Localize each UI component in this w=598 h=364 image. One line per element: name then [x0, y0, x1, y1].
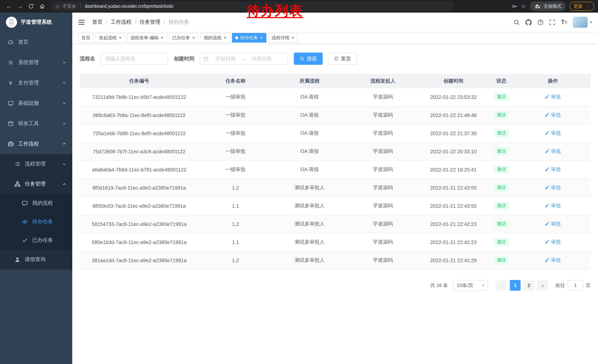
tab-label: 我的流程	[204, 35, 222, 41]
reload-button[interactable]	[26, 1, 36, 11]
help-button[interactable]	[537, 19, 544, 25]
close-icon[interactable]: ×	[260, 36, 263, 40]
sidebar-item-workflow[interactable]: 工作流程	[0, 134, 72, 154]
font-size-button[interactable]: TT	[561, 18, 567, 26]
column-header-actions: 操作	[515, 78, 590, 84]
page-size-select[interactable]: 10条/页 ▾	[453, 280, 488, 291]
process-name-input[interactable]	[100, 53, 168, 65]
breadcrumb-item[interactable]: 工作流程	[111, 19, 132, 25]
breadcrumb-separator: /	[106, 19, 108, 25]
sidebar-item-process-management[interactable]: 流程管理	[0, 154, 72, 174]
tab-todo-tasks[interactable]: 待办任务 ×	[232, 33, 266, 43]
update-button[interactable]: 更新 ⋮	[569, 2, 594, 11]
close-icon[interactable]: ×	[291, 36, 295, 40]
workflow-submenu: 流程管理 任务管理 我的流程 待办任务	[0, 154, 72, 270]
bookmark-star-button[interactable]: ☆	[521, 3, 526, 10]
sidebar-item-label: 流程管理	[25, 161, 46, 167]
warning-icon: ⚠	[56, 4, 60, 9]
forward-button[interactable]: →	[15, 1, 25, 11]
tab-process-detail[interactable]: 流程详情 ×	[268, 33, 298, 43]
sidebar-item-done-tasks[interactable]: 已办任务	[0, 231, 72, 250]
approve-link[interactable]: 审批	[545, 257, 561, 264]
screen: ← → ⚠ 不安全 dashboard.yudao.iocoder.cn/bpm…	[0, 0, 598, 364]
table-row: 381aa1dd-7ac8-11ec-a9e2-a2380e71991a 1.2…	[80, 251, 590, 270]
update-label: 更新	[573, 3, 583, 9]
approve-link[interactable]: 审批	[545, 239, 561, 245]
task-id-cell: 73211d9d-7b9b-11ec-b5b7-acde48001122	[80, 94, 199, 100]
tab-my-process[interactable]: 我的流程 ×	[200, 33, 230, 43]
approve-link[interactable]: 审批	[545, 112, 561, 119]
fullscreen-icon	[549, 19, 555, 25]
home-button[interactable]	[37, 1, 47, 11]
sidebar-item-infrastructure[interactable]: 基础设施	[0, 93, 72, 113]
sidebar-item-label: 系统管理	[18, 59, 39, 66]
column-header-task-name: 任务名称	[199, 78, 272, 84]
sidebar-item-devtools[interactable]: 研发工具	[0, 113, 72, 134]
prev-page-button[interactable]: ‹	[496, 280, 507, 291]
tab-done-tasks[interactable]: 已办任务 ×	[169, 33, 199, 43]
initiator-cell: 芋道源码	[347, 112, 419, 119]
sidebar-item-my-process[interactable]: 我的流程	[0, 194, 72, 212]
breadcrumb-item[interactable]: 首页	[92, 19, 103, 25]
status-badge: 激活	[494, 256, 509, 264]
avatar	[573, 17, 588, 28]
chevron-down-icon: ▾	[482, 283, 484, 288]
sidebar-item-task-management[interactable]: 任务管理	[0, 174, 72, 194]
forward-icon: →	[17, 3, 23, 10]
approve-link[interactable]: 审批	[545, 94, 561, 100]
sidebar-item-home[interactable]: 首页	[0, 32, 72, 52]
goto-label: 前往	[555, 282, 565, 289]
page-button-2[interactable]: 2	[523, 280, 534, 291]
goto-page-input[interactable]	[568, 280, 583, 291]
task-id-cell: 58154733-7ac8-11ec-a9e2-a2380e71991a	[80, 221, 199, 227]
close-icon[interactable]: ×	[160, 36, 164, 40]
next-page-button[interactable]: ›	[537, 280, 548, 291]
sidebar-item-payment[interactable]: ¥ 支付管理	[0, 73, 72, 93]
create-time-cell: 2022-01-21 22:41:29	[419, 258, 488, 263]
fullscreen-button[interactable]	[549, 19, 555, 25]
tab-form-edit[interactable]: 流程表单-编辑 ×	[127, 33, 167, 43]
app-logo[interactable]: 芋道管理系统	[0, 13, 72, 32]
sidebar-item-todo-tasks[interactable]: 待办任务	[0, 212, 72, 231]
edit-icon	[545, 222, 549, 226]
reload-icon	[28, 3, 34, 9]
chevron-down-icon	[62, 60, 66, 65]
close-icon[interactable]: ×	[192, 36, 195, 40]
yen-icon: ¥	[8, 80, 14, 86]
task-id-cell: 580e1b3d-7ac8-11ec-a9e2-a2380e71991a	[80, 239, 199, 245]
password-key-button[interactable]	[512, 3, 517, 9]
tab-home[interactable]: 首页	[78, 33, 94, 43]
close-icon[interactable]: ×	[224, 36, 227, 40]
user-menu[interactable]: ▾	[573, 17, 592, 28]
back-button[interactable]: ←	[4, 1, 14, 11]
key-icon	[512, 3, 517, 9]
filter-bar: 流程名 创建时间 - 搜索 重置	[80, 53, 590, 65]
table-body: 73211d9d-7b9b-11ec-b5b7-acde48001122 一级审…	[80, 88, 590, 270]
page-button-1[interactable]: 1	[510, 280, 521, 291]
reset-button[interactable]: 重置	[328, 53, 357, 65]
breadcrumb-item[interactable]: 任务管理	[140, 19, 160, 25]
flowchart-icon	[14, 181, 20, 187]
sidebar-toggle-button[interactable]	[78, 18, 86, 26]
tab-start-process[interactable]: 发起流程 ×	[96, 33, 125, 43]
end-date-input[interactable]	[246, 56, 277, 61]
search-button[interactable]: 搜索	[294, 53, 323, 65]
approve-link[interactable]: 审批	[545, 148, 561, 155]
edit-icon	[545, 258, 549, 263]
approve-link[interactable]: 审批	[545, 166, 561, 173]
approve-link[interactable]: 审批	[545, 130, 561, 137]
sidebar-item-leave-query[interactable]: 请假查询	[0, 250, 72, 270]
close-icon[interactable]: ×	[119, 36, 122, 40]
approve-link[interactable]: 审批	[545, 184, 561, 191]
header-search-button[interactable]	[514, 19, 520, 25]
start-date-input[interactable]	[210, 56, 241, 61]
approve-link[interactable]: 审批	[545, 221, 561, 227]
approve-link[interactable]: 审批	[545, 202, 561, 209]
dashboard-icon	[8, 39, 14, 45]
date-range-picker[interactable]: -	[200, 53, 288, 65]
sidebar-item-system[interactable]: 系统管理	[0, 52, 72, 73]
github-button[interactable]	[525, 19, 532, 25]
search-icon	[514, 19, 520, 25]
sidebar-item-label: 待办任务	[32, 218, 53, 225]
sidebar-item-label: 支付管理	[18, 80, 39, 86]
